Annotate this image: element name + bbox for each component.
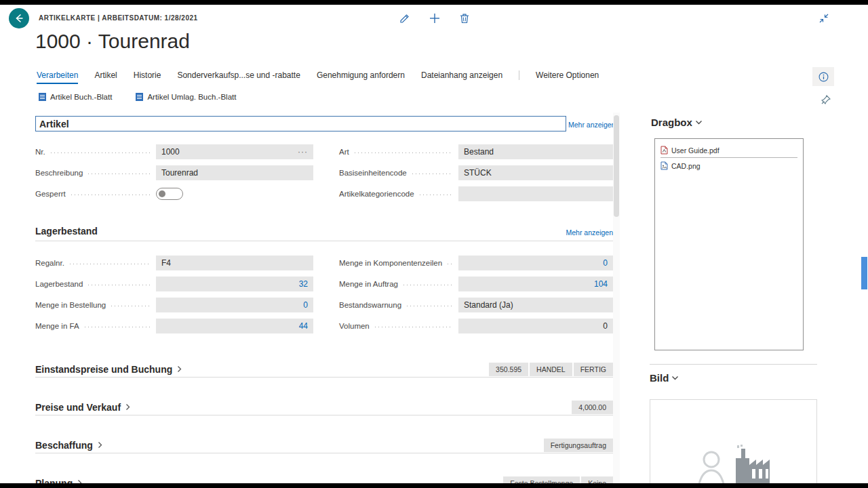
- field-label: Gesperrt: [35, 190, 66, 198]
- info-button[interactable]: [812, 67, 834, 86]
- field-row-regalnr: Regalnr. F4: [35, 252, 313, 273]
- factbox-title: Bild: [650, 372, 669, 384]
- field-label: Menge in FA: [35, 322, 79, 330]
- journal-icon: [38, 92, 47, 102]
- regalnr-field[interactable]: F4: [156, 256, 313, 270]
- field-label: Basiseinheitencode: [339, 169, 407, 177]
- menu-item-weitere-optionen[interactable]: Weitere Optionen: [536, 70, 599, 80]
- main-scrollbar-thumb[interactable]: [614, 115, 619, 217]
- summary-chip: FERTIG: [574, 363, 613, 376]
- field-row-menge-komponenten: Menge in Komponentenzeilen 0: [339, 252, 613, 273]
- trash-icon: [458, 12, 471, 24]
- menu-item-verarbeiten[interactable]: Verarbeiten: [37, 70, 78, 80]
- bestandswarnung-field[interactable]: Standard (Ja): [458, 298, 613, 312]
- dragbox-factbox-header[interactable]: Dragbox: [651, 117, 703, 128]
- sub-action-bar: Artikel Buch.-Blatt Artikel Umlag. Buch.…: [38, 92, 236, 102]
- menu-item-sonderverkauf[interactable]: Sonderverkaufsp...se und -rabatte: [177, 70, 300, 80]
- dotted-leader: [412, 174, 453, 174]
- dotted-leader: [85, 327, 151, 327]
- field-row-lagerbestand: Lagerbestand 32: [35, 273, 313, 294]
- action-menubar: Verarbeiten Artikel Historie Sonderverka…: [37, 70, 599, 80]
- field-row-nr: Nr. 1000 ···: [35, 141, 313, 162]
- chevron-right-icon: [125, 403, 131, 411]
- section-title: Preise und Verkauf: [35, 402, 121, 413]
- lagerbestand-field[interactable]: 32: [156, 277, 313, 291]
- menu-item-historie[interactable]: Historie: [134, 70, 161, 80]
- dotted-leader: [71, 195, 151, 195]
- bild-factbox-header[interactable]: Bild: [650, 372, 679, 384]
- action-artikel-buchblatt[interactable]: Artikel Buch.-Blatt: [38, 92, 112, 102]
- delete-button[interactable]: [457, 11, 472, 26]
- section-title: Artikel: [39, 119, 69, 129]
- section-artikel-header[interactable]: Artikel: [35, 116, 566, 131]
- menge-in-komponentenzeilen-field[interactable]: 0: [458, 256, 613, 270]
- new-button[interactable]: [427, 11, 442, 26]
- letterbox-top: [0, 0, 868, 5]
- file-item-user-guide[interactable]: User Guide.pdf: [660, 142, 797, 158]
- field-label: Regalnr.: [35, 259, 64, 267]
- menu-item-dateianhang[interactable]: Dateianhang anzeigen: [421, 70, 502, 80]
- dragbox-drop-area[interactable]: User Guide.pdf CAD.png: [654, 138, 804, 350]
- action-label: Artikel Umlag. Buch.-Blatt: [147, 93, 236, 101]
- chevron-right-icon: [176, 365, 182, 373]
- gesperrt-toggle[interactable]: [156, 188, 183, 200]
- edit-button[interactable]: [397, 11, 412, 26]
- breadcrumb: ARTIKELKARTE | ARBEITSDATUM: 1/28/2021: [39, 14, 198, 22]
- chevron-down-icon: [671, 375, 679, 381]
- page-title: 1000 · Tourenrad: [35, 30, 190, 53]
- artikelkategoriencode-field[interactable]: [458, 186, 613, 201]
- item-picture-box[interactable]: [650, 399, 817, 488]
- volumen-field[interactable]: 0: [458, 319, 613, 333]
- menu-divider: [519, 70, 519, 80]
- action-artikel-umlag-buchblatt[interactable]: Artikel Umlag. Buch.-Blatt: [135, 92, 236, 102]
- dotted-leader: [375, 327, 453, 327]
- beschreibung-field[interactable]: Tourenrad: [156, 165, 313, 180]
- journal-icon: [135, 92, 144, 102]
- right-scrollbar-thumb[interactable]: [861, 257, 867, 289]
- section-beschaffung[interactable]: Beschaffung Fertigungsauftrag: [35, 437, 613, 453]
- field-label: Menge in Auftrag: [339, 280, 398, 288]
- dotted-leader: [355, 152, 453, 153]
- field-label: Beschreibung: [35, 169, 83, 177]
- pin-button[interactable]: [818, 92, 834, 107]
- section-lagerbestand-header[interactable]: Lagerbestand Mehr anzeigen: [35, 226, 613, 241]
- field-row-basiseinheit: Basiseinheitencode STÜCK: [339, 162, 613, 183]
- section-summary-chips: 350.595 HANDEL FERTIG: [488, 363, 613, 376]
- pdf-file-icon: [660, 146, 668, 155]
- collapse-icon: [818, 12, 830, 24]
- menu-item-artikel[interactable]: Artikel: [94, 70, 117, 80]
- dotted-leader: [51, 152, 151, 153]
- chevron-right-icon: [97, 441, 103, 449]
- menu-item-genehmigung[interactable]: Genehmigung anfordern: [317, 70, 405, 80]
- field-row-artikelkategorie: Artikelkategoriencode: [339, 183, 613, 204]
- summary-chip: HANDEL: [530, 363, 572, 376]
- show-more-link-lager[interactable]: Mehr anzeigen: [566, 228, 613, 237]
- back-button[interactable]: [9, 8, 29, 28]
- field-label: Volumen: [339, 322, 370, 330]
- menge-in-bestellung-field[interactable]: 0: [156, 298, 313, 312]
- field-value: 1000: [161, 147, 180, 157]
- dotted-leader: [448, 264, 453, 264]
- menge-in-auftrag-field[interactable]: 104: [458, 277, 613, 291]
- section-summary-chips: 4,000.00: [570, 401, 613, 414]
- section-preise-verkauf[interactable]: Preise und Verkauf 4,000.00: [35, 399, 613, 415]
- show-more-link-artikel[interactable]: Mehr anzeigen: [568, 121, 615, 129]
- dotted-leader: [403, 285, 453, 285]
- info-icon: [818, 72, 829, 82]
- nr-field[interactable]: 1000 ···: [156, 144, 313, 159]
- dotted-leader: [70, 264, 151, 264]
- field-row-menge-fa: Menge in FA 44: [35, 315, 313, 336]
- basiseinheitencode-field[interactable]: STÜCK: [458, 165, 613, 180]
- factbox-divider: [650, 364, 817, 365]
- file-item-cad[interactable]: CAD.png: [660, 158, 797, 173]
- summary-chip: 350.595: [489, 363, 528, 376]
- section-einstandspreise[interactable]: Einstandspreise und Buchung 350.595 HAND…: [35, 361, 613, 378]
- field-row-bestandswarnung: Bestandswarnung Standard (Ja): [339, 294, 613, 315]
- menge-in-fa-field[interactable]: 44: [156, 319, 313, 333]
- picture-placeholder-icon: [696, 445, 775, 485]
- summary-chip: Fertigungsauftrag: [544, 439, 613, 452]
- collapse-window-button[interactable]: [816, 11, 831, 26]
- section-summary-chips: Fertigungsauftrag: [542, 439, 613, 452]
- art-field[interactable]: Bestand: [458, 144, 613, 159]
- assist-edit-button[interactable]: ···: [298, 147, 308, 157]
